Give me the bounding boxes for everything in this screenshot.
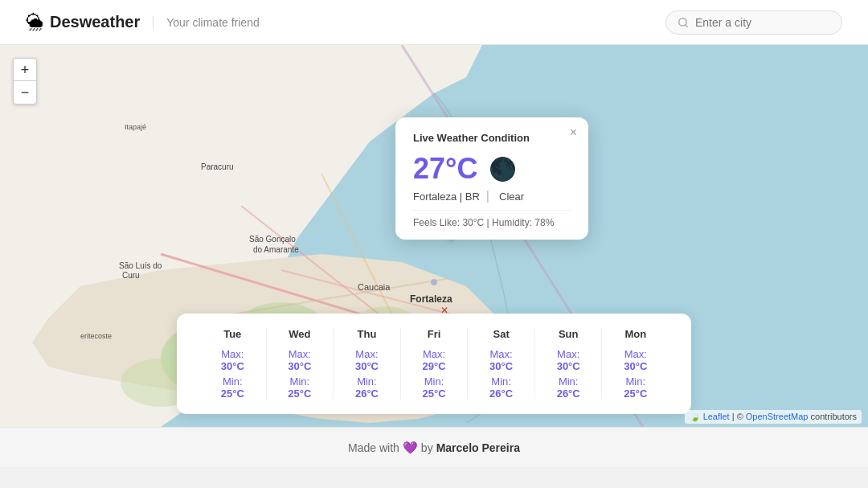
- forecast-min: Min: 26°C: [484, 375, 518, 400]
- popup-condition: Clear: [499, 191, 524, 203]
- forecast-max: Max: 30°C: [551, 348, 586, 372]
- forecast-day-name: Mon: [618, 328, 653, 340]
- forecast-day-name: Fri: [417, 328, 452, 340]
- forecast-day: Wed Max: 30°C Min: 25°C: [267, 328, 334, 400]
- forecast-max: Max: 30°C: [618, 348, 653, 372]
- heart-icon: 💜: [403, 441, 418, 455]
- attribution-contributors: contributors: [811, 412, 857, 421]
- forecast-max: Max: 29°C: [417, 348, 452, 372]
- popup-title: Live Weather Condition: [413, 132, 571, 144]
- osm-link[interactable]: OpenStreetMap: [746, 412, 809, 421]
- footer-made-with: Made with: [348, 441, 399, 454]
- forecast-day-name: Tue: [215, 328, 250, 340]
- forecast-day-name: Sat: [484, 328, 518, 340]
- zoom-out-button[interactable]: −: [14, 81, 36, 104]
- forecast-day-name: Sun: [551, 328, 586, 340]
- popup-location: Fortaleza | BR: [413, 191, 480, 203]
- svg-text:Itapajé: Itapajé: [125, 123, 146, 131]
- svg-text:Fortaleza: Fortaleza: [410, 293, 452, 305]
- footer-by: by: [421, 441, 433, 454]
- logo-area: 🌦 Desweather Your climate friend: [26, 12, 260, 33]
- forecast-day: Mon Max: 30°C Min: 25°C: [602, 328, 669, 400]
- feels-like-label: Feels Like:: [413, 217, 460, 228]
- forecast-max: Max: 30°C: [350, 348, 384, 372]
- forecast-min: Min: 25°C: [283, 375, 317, 400]
- forecast-day: Tue Max: 30°C Min: 25°C: [199, 328, 267, 400]
- map-container: Paracuru São Gonçalo do Amarante São Luí…: [0, 45, 868, 427]
- svg-point-17: [431, 279, 437, 285]
- map-attribution: 🍃 Leaflet | © OpenStreetMap contributors: [685, 410, 862, 424]
- forecast-min: Min: 25°C: [417, 375, 452, 400]
- search-icon: [678, 17, 689, 28]
- forecast-min: Min: 25°C: [618, 375, 653, 400]
- header: 🌦 Desweather Your climate friend: [0, 0, 868, 45]
- forecast-day: Sat Max: 30°C Min: 26°C: [468, 328, 535, 400]
- forecast-day: Sun Max: 30°C Min: 26°C: [535, 328, 603, 400]
- svg-line-1: [686, 24, 688, 27]
- forecast-max: Max: 30°C: [215, 348, 250, 372]
- leaflet-link[interactable]: Leaflet: [703, 412, 730, 421]
- logo-text: Desweather: [50, 13, 140, 31]
- svg-text:Paracuru: Paracuru: [201, 162, 234, 171]
- forecast-panel: Tue Max: 30°C Min: 25°C Wed Max: 30°C Mi…: [177, 314, 691, 414]
- svg-text:Caucaia: Caucaia: [358, 282, 391, 292]
- humidity-value: 78%: [534, 217, 554, 228]
- popup-temperature: 27°C: [413, 152, 477, 186]
- forecast-min: Min: 26°C: [551, 375, 586, 400]
- city-search-input[interactable]: [695, 16, 830, 29]
- logo-icon: 🌦: [26, 12, 43, 33]
- forecast-max: Max: 30°C: [283, 348, 317, 372]
- svg-text:São Luís do: São Luís do: [119, 261, 162, 270]
- forecast-min: Min: 26°C: [350, 375, 384, 400]
- popup-details: Feels Like: 30°C | Humidity: 78%: [413, 210, 571, 228]
- forecast-max: Max: 30°C: [484, 348, 518, 372]
- popup-close-button[interactable]: ×: [570, 125, 577, 140]
- forecast-day: Fri Max: 29°C Min: 25°C: [401, 328, 469, 400]
- attribution-separator: | ©: [732, 412, 746, 421]
- svg-text:Curu: Curu: [122, 271, 140, 280]
- search-box[interactable]: [665, 10, 842, 35]
- svg-text:do Amarante: do Amarante: [253, 245, 299, 254]
- popup-weather-icon: 🌑: [489, 156, 517, 182]
- feels-like-value: 30°C: [462, 217, 484, 228]
- zoom-controls: + −: [13, 58, 37, 105]
- footer-author: Marcelo Pereira: [436, 441, 520, 454]
- forecast-min: Min: 25°C: [215, 375, 250, 400]
- forecast-day: Thu Max: 30°C Min: 26°C: [334, 328, 401, 400]
- forecast-day-name: Wed: [283, 328, 317, 340]
- humidity-label: Humidity:: [492, 217, 532, 228]
- forecast-day-name: Thu: [350, 328, 384, 340]
- footer: Made with 💜 by Marcelo Pereira: [0, 427, 868, 467]
- svg-text:eritecoste: eritecoste: [80, 332, 112, 340]
- zoom-in-button[interactable]: +: [14, 59, 36, 81]
- weather-popup: Live Weather Condition × 27°C 🌑 Fortalez…: [395, 117, 588, 240]
- tagline: Your climate friend: [153, 16, 259, 29]
- svg-text:São Gonçalo: São Gonçalo: [249, 235, 296, 244]
- popup-main: 27°C 🌑: [413, 152, 571, 186]
- popup-divider: |: [486, 189, 489, 203]
